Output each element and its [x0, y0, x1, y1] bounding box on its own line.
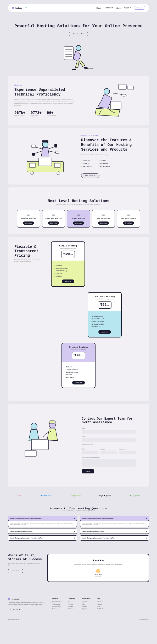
contact-button[interactable]: Contact	[134, 6, 145, 10]
learn-more-button[interactable]: Learn more	[48, 221, 59, 225]
hero-illustration	[5, 40, 152, 72]
plus-icon: ⊕	[146, 537, 147, 539]
footer-link[interactable]: Status	[82, 603, 90, 605]
nav-pages[interactable]: Pages ▾	[124, 7, 131, 9]
nav-home[interactable]: Home	[97, 7, 102, 9]
hosting-option[interactable]: ☰ Shared Hosting Learn more	[92, 210, 115, 228]
products-illustration	[14, 138, 76, 175]
footer-link[interactable]: SystMtools	[97, 608, 103, 610]
footer-link[interactable]: Reviews	[68, 603, 75, 605]
hosting-option[interactable]: ☰ Cloud VPS Hosting Learn more	[42, 210, 65, 228]
sales-input[interactable]	[82, 451, 99, 454]
footer-desc: Lorem ipsum dolor sit amet, consectetur …	[8, 602, 44, 606]
footer-link[interactable]: Services	[82, 606, 90, 607]
learn-more-button[interactable]: Learn more	[98, 221, 109, 225]
accounts-input[interactable]	[119, 451, 136, 454]
faq-question[interactable]: How to Change my Password easily?⊕	[8, 529, 77, 534]
faq-question[interactable]: How to Change my Password easily?⊕	[80, 529, 149, 534]
nav-sections[interactable]: Sections ▾	[104, 7, 113, 9]
logo-strip: LOGO ◆ Logoipsum 🛡 logo ipsum logo ◉ ips…	[0, 489, 157, 502]
svg-point-5	[76, 45, 81, 51]
faq-question[interactable]: How to Change my Photo from Admin Dashbo…	[80, 516, 149, 521]
add-to-cart-button[interactable]: Add to cart	[72, 381, 85, 384]
footer-link[interactable]: Cloud Hosting	[52, 606, 61, 607]
facebook-icon[interactable]: f	[8, 608, 8, 610]
contact-title: Contact Our Expert Team for Swift Assist…	[82, 417, 136, 424]
footer-link[interactable]: Tutorials	[97, 603, 103, 605]
add-to-cart-button[interactable]: Add to cart	[62, 279, 74, 283]
faq-question[interactable]: How to Change my Subscription Plan using…	[80, 535, 149, 541]
pricing-plan: Premium HostingIdeal solution for beginn…	[61, 343, 96, 388]
testimonial-section: Words of Trust, Stories of Success Hear …	[0, 546, 157, 590]
partner-logo: 🛡 logo ipsum	[70, 495, 81, 497]
add-to-cart-button[interactable]: Add to cart	[98, 330, 111, 334]
server-icon: ☰	[44, 213, 63, 216]
faq-answer: Far far away, behind the word mountains,…	[8, 521, 77, 527]
hosting-option[interactable]: ☰ Website Hosting Learn more	[17, 210, 40, 228]
svg-rect-18	[56, 151, 59, 154]
footer-link[interactable]: Domain	[52, 608, 61, 610]
hero: Powerful Hosting Solutions for Your Onli…	[0, 16, 157, 72]
footer-link[interactable]: Shared Hosting	[52, 601, 61, 603]
svg-rect-0	[64, 47, 73, 60]
footer-logo[interactable]: Hostage	[8, 598, 44, 600]
faq-title: Answers to Your Hosting Questions	[8, 507, 149, 510]
partner-logo: logo ◉ ipsum	[99, 494, 111, 497]
stat: 9773+Happy Client	[31, 111, 42, 117]
author-role: Lorem ipsum	[52, 576, 144, 577]
svg-rect-15	[32, 145, 35, 147]
team-label: Talk with our Teams	[82, 444, 136, 445]
svg-rect-11	[111, 102, 121, 109]
hosting-option[interactable]: ☰ Cloud Hosting Learn more	[67, 210, 90, 228]
partner-logo: LOGO	[17, 495, 22, 497]
products-eyebrow: Product & Services	[81, 135, 143, 136]
logo[interactable]: Hostage	[12, 7, 22, 9]
svg-rect-22	[54, 163, 60, 167]
minus-icon: ⊖	[74, 518, 75, 519]
hero-title: Powerful Hosting Solutions for Your Onli…	[5, 24, 152, 29]
footer-link[interactable]: VPS Hosting	[52, 603, 61, 605]
hosting-option[interactable]: ☰ Own your Domain Check Now	[117, 210, 140, 228]
plus-icon: ⊕	[74, 530, 75, 532]
footer-email[interactable]: ad@host@shop.net	[8, 619, 19, 620]
faq-answer: Far far away, behind the word mountains,…	[80, 521, 149, 527]
footer-link[interactable]: Contact us	[97, 601, 103, 603]
linkedin-icon[interactable]: in	[16, 608, 18, 610]
submit-button[interactable]: Submit	[82, 469, 94, 473]
hosting-card: Next-Level Hosting Solutions Choose the …	[8, 187, 149, 234]
pricing-plan: Business HostingIdeal solution for begin…	[88, 292, 122, 337]
learn-more-button[interactable]: Learn more	[23, 221, 34, 225]
footer-link[interactable]: Migration	[82, 608, 90, 610]
footer-column: InformationPaymentsStatusServicesMigrati…	[82, 598, 90, 610]
learn-more-button[interactable]: Check Now	[123, 221, 134, 225]
footer-link[interactable]: Partners	[68, 606, 75, 607]
search-icon[interactable]: 🔍	[25, 7, 27, 9]
twitter-icon[interactable]: 𝕏	[10, 608, 12, 610]
testimonial-body: Lorem ipsum dolor sit amet, consectetur …	[52, 563, 144, 565]
nav-about[interactable]: About	[116, 7, 121, 9]
footer-link[interactable]: Affiliates	[68, 608, 75, 610]
minus-icon: ⊖	[146, 518, 147, 519]
youtube-icon[interactable]: ▶	[19, 608, 20, 610]
svg-rect-14	[42, 140, 48, 142]
faq-question[interactable]: How to Change my Photo from Admin Dashbo…	[8, 516, 77, 521]
all-service-button[interactable]: All Service	[81, 173, 99, 178]
hero-cta[interactable]: Get Plan Now	[69, 32, 88, 36]
products-title: Discover the Features & Benefits of Our …	[81, 138, 143, 152]
see-more-button[interactable]: see more	[8, 569, 23, 573]
instagram-icon[interactable]: ◉	[13, 608, 15, 610]
svg-point-24	[57, 172, 60, 175]
support-input[interactable]	[100, 451, 117, 454]
name-input[interactable]	[82, 430, 136, 434]
server-icon: ☰	[19, 213, 38, 216]
star-rating: ★★★★★	[52, 559, 144, 562]
footer-link[interactable]: Legal	[97, 606, 103, 607]
email-input[interactable]	[82, 438, 136, 442]
server-icon: ☰	[119, 213, 138, 216]
footer-link[interactable]: About	[68, 601, 75, 603]
message-input[interactable]	[82, 459, 136, 467]
footer-column: ProductShared HostingVPS HostingCloud Ho…	[52, 598, 61, 610]
faq-question[interactable]: How to Change my Subscription Plan using…	[8, 535, 77, 541]
learn-more-button[interactable]: Learn more	[73, 221, 84, 225]
footer-link[interactable]: Payments	[82, 601, 90, 603]
